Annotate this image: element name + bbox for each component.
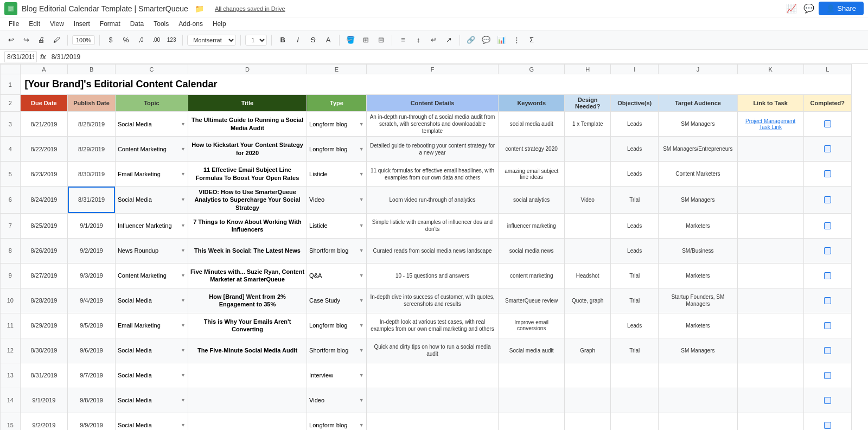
cell-keywords[interactable]: social media audit <box>499 112 565 137</box>
cell-title[interactable]: Five Minutes with... Suzie Ryan, Content… <box>188 263 307 288</box>
cell-content-details[interactable]: 10 - 15 questions and answers <box>366 263 499 288</box>
more-formats-button[interactable]: 123 <box>165 34 178 47</box>
font-color-button[interactable]: A <box>322 34 335 47</box>
type-dropdown-arrow-icon[interactable]: ▼ <box>359 348 364 353</box>
cell-type[interactable]: Interview▼ <box>307 363 367 388</box>
cell-publish-date[interactable]: 8/30/2019 <box>68 162 116 187</box>
type-dropdown-arrow-icon[interactable]: ▼ <box>359 298 364 303</box>
cell-completed[interactable] <box>803 238 851 263</box>
cell-topic[interactable]: Social Media▼ <box>115 363 188 388</box>
type-dropdown-arrow-icon[interactable]: ▼ <box>359 197 364 202</box>
cell-title[interactable]: This is Why Your Emails Aren't Convertin… <box>188 313 307 338</box>
completed-checkbox[interactable] <box>824 170 831 177</box>
cell-keywords[interactable]: Improve email conversions <box>499 313 565 338</box>
cell-topic[interactable]: Social Media▼ <box>115 112 188 137</box>
menu-format[interactable]: Format <box>95 19 125 29</box>
cell-design-needed[interactable] <box>565 363 611 388</box>
cell-publish-date[interactable]: 9/2/2019 <box>68 238 116 263</box>
strikethrough-button[interactable]: S <box>307 34 320 47</box>
completed-checkbox[interactable] <box>824 222 831 229</box>
font-selector[interactable]: Montserrat <box>187 35 236 46</box>
currency-button[interactable]: $ <box>104 34 117 47</box>
dropdown-arrow-icon[interactable]: ▼ <box>181 197 186 202</box>
function-button[interactable]: Σ <box>525 34 538 47</box>
cell-title[interactable]: 11 Effective Email Subject Line Formulas… <box>188 162 307 187</box>
table-row[interactable]: 98/27/20199/3/2019Content Marketing▼Five… <box>1 263 852 288</box>
menu-insert[interactable]: Insert <box>69 19 94 29</box>
cell-type[interactable]: Shortform blog▼ <box>307 238 367 263</box>
col-i[interactable]: I <box>611 65 659 74</box>
cell-title[interactable]: How to Kickstart Your Content Strategy f… <box>188 137 307 162</box>
dropdown-arrow-icon[interactable]: ▼ <box>181 348 186 353</box>
dropdown-arrow-icon[interactable]: ▼ <box>181 146 186 152</box>
cell-topic[interactable]: Social Media▼ <box>115 338 188 363</box>
cell-content-details[interactable]: Simple listicle with examples of influen… <box>366 213 499 238</box>
cell-topic[interactable]: Social Media▼ <box>115 288 188 313</box>
cell-target-audience[interactable]: Marketers <box>659 263 738 288</box>
cell-due-date[interactable]: 8/26/2019 <box>20 238 68 263</box>
share-button[interactable]: 👤 Share <box>819 2 864 15</box>
cell-design-needed[interactable] <box>565 137 611 162</box>
cell-due-date[interactable]: 9/2/2019 <box>20 413 68 430</box>
cell-design-needed[interactable] <box>565 313 611 338</box>
cell-content-details[interactable]: Curated reads from social media news lan… <box>366 238 499 263</box>
cell-completed[interactable] <box>803 413 851 430</box>
menu-edit[interactable]: Edit <box>24 19 44 29</box>
cell-publish-date[interactable]: 9/3/2019 <box>68 263 116 288</box>
table-row[interactable]: 149/1/20199/8/2019Social Media▼Video▼ <box>1 388 852 413</box>
dropdown-arrow-icon[interactable]: ▼ <box>181 422 186 428</box>
align-button[interactable]: ≡ <box>397 34 410 47</box>
cell-target-audience[interactable]: SM Managers <box>659 338 738 363</box>
menu-help[interactable]: Help <box>208 19 231 29</box>
type-dropdown-arrow-icon[interactable]: ▼ <box>359 146 364 152</box>
cell-design-needed[interactable]: Graph <box>565 338 611 363</box>
cell-type[interactable]: Case Study▼ <box>307 288 367 313</box>
cell-due-date[interactable]: 8/27/2019 <box>20 263 68 288</box>
cell-type[interactable]: Listicle▼ <box>307 162 367 187</box>
completed-checkbox[interactable] <box>824 272 831 279</box>
cell-title[interactable]: The Ultimate Guide to Running a Social M… <box>188 112 307 137</box>
cell-due-date[interactable]: 8/31/2019 <box>20 363 68 388</box>
cell-objectives[interactable] <box>611 363 659 388</box>
merge-button[interactable]: ⊟ <box>374 34 387 47</box>
cell-content-details[interactable]: An in-depth run-through of a social medi… <box>366 112 499 137</box>
cell-type[interactable]: Video▼ <box>307 187 367 214</box>
cell-completed[interactable] <box>803 137 851 162</box>
cell-keywords[interactable] <box>499 388 565 413</box>
col-a[interactable]: A <box>20 65 68 74</box>
cell-design-needed[interactable] <box>565 213 611 238</box>
cell-objectives[interactable]: Leads <box>611 137 659 162</box>
cell-topic[interactable]: Social Media▼ <box>115 388 188 413</box>
cell-topic[interactable]: Content Marketing▼ <box>115 137 188 162</box>
decimal-button[interactable]: .00 <box>150 34 163 47</box>
cell-content-details[interactable] <box>366 413 499 430</box>
cell-target-audience[interactable] <box>659 413 738 430</box>
table-row[interactable]: 128/30/20199/6/2019Social Media▼The Five… <box>1 338 852 363</box>
cell-due-date[interactable]: 9/1/2019 <box>20 388 68 413</box>
type-dropdown-arrow-icon[interactable]: ▼ <box>359 171 364 177</box>
cell-content-details[interactable]: 11 quick formulas for effective email he… <box>366 162 499 187</box>
print-button[interactable]: 🖨 <box>35 34 48 47</box>
cell-publish-date[interactable]: 8/31/2019 <box>68 187 116 214</box>
cell-due-date[interactable]: 8/30/2019 <box>20 338 68 363</box>
cell-type[interactable]: Shortform blog▼ <box>307 338 367 363</box>
cell-content-details[interactable] <box>366 363 499 388</box>
cell-publish-date[interactable]: 8/29/2019 <box>68 137 116 162</box>
cell-due-date[interactable]: 8/24/2019 <box>20 187 68 214</box>
cell-objectives[interactable]: Leads <box>611 112 659 137</box>
completed-checkbox[interactable] <box>824 322 831 329</box>
cell-objectives[interactable]: Leads <box>611 162 659 187</box>
completed-checkbox[interactable] <box>824 196 831 203</box>
cell-target-audience[interactable]: Marketers <box>659 213 738 238</box>
completed-checkbox[interactable] <box>824 347 831 354</box>
zoom-control[interactable]: 100% <box>72 35 95 45</box>
cell-objectives[interactable]: Leads <box>611 238 659 263</box>
formula-icon[interactable]: fx <box>40 53 46 61</box>
cell-content-details[interactable]: Detailed guide to rebooting your content… <box>366 137 499 162</box>
percent-button[interactable]: % <box>119 34 132 47</box>
table-row[interactable]: 48/22/20198/29/2019Content Marketing▼How… <box>1 137 852 162</box>
cell-completed[interactable] <box>803 213 851 238</box>
menu-addons[interactable]: Add-ons <box>174 19 207 29</box>
cell-objectives[interactable]: Trial <box>611 288 659 313</box>
cell-type[interactable]: Longform blog▼ <box>307 413 367 430</box>
